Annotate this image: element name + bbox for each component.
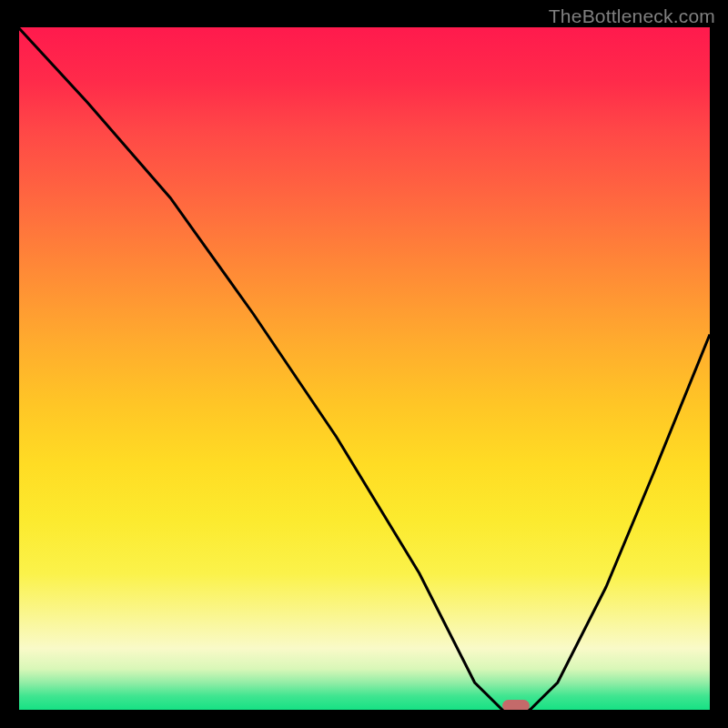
watermark-text: TheBottleneck.com: [549, 5, 715, 27]
chart-stage: TheBottleneck.com: [0, 0, 728, 728]
x-axis: [17, 710, 711, 712]
bottleneck-curve-svg: [18, 27, 710, 710]
y-axis: [17, 27, 19, 712]
bottleneck-curve-path: [18, 27, 710, 710]
